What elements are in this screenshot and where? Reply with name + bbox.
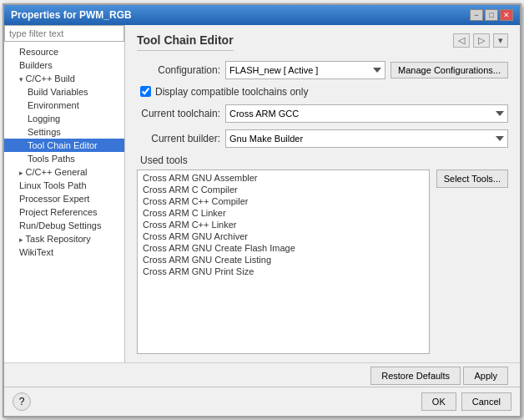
left-panel: Resource Builders ▾ C/C++ Build Build Va… xyxy=(4,25,125,362)
used-tools-label: Used tools xyxy=(140,154,508,166)
toolchain-row: Current toolchain: Cross ARM GCC xyxy=(137,104,508,123)
nav-dropdown-button[interactable]: ▾ xyxy=(493,33,508,48)
tools-side-buttons: Select Tools... xyxy=(436,170,508,354)
tree-item-resource[interactable]: Resource xyxy=(4,45,124,58)
content-area: Resource Builders ▾ C/C++ Build Build Va… xyxy=(4,25,520,362)
builder-row: Current builder: Gnu Make Builder xyxy=(137,129,508,148)
tree-item-processor-expert[interactable]: Processor Expert xyxy=(4,192,124,205)
expand-icon: ▾ xyxy=(19,75,26,83)
right-panel: Tool Chain Editor ◁ ▷ ▾ Configuration: F… xyxy=(125,25,520,362)
dialog-bottom-right: OK Cancel xyxy=(421,392,511,411)
compatible-toolchains-label[interactable]: Display compatible toolchains only xyxy=(155,86,308,98)
tools-container: Cross ARM GNU Assembler Cross ARM C Comp… xyxy=(137,170,508,354)
manage-configurations-button[interactable]: Manage Configurations... xyxy=(390,62,508,78)
tree-item-tools-paths[interactable]: Tools Paths xyxy=(4,152,124,165)
compatible-toolchains-checkbox[interactable] xyxy=(140,86,151,97)
tree-item-builders[interactable]: Builders xyxy=(4,58,124,72)
maximize-button[interactable]: □ xyxy=(485,9,498,21)
tool-item-cpp-linker[interactable]: Cross ARM C++ Linker xyxy=(139,219,427,230)
tree-item-logging[interactable]: Logging xyxy=(4,112,124,125)
tree-item-run-debug[interactable]: Run/Debug Settings xyxy=(4,219,124,232)
tree-item-settings[interactable]: Settings xyxy=(4,125,124,139)
tree-item-build-variables[interactable]: Build Variables xyxy=(4,85,124,99)
dialog-bottom-bar: ? OK Cancel xyxy=(4,387,520,416)
forward-button[interactable]: ▷ xyxy=(473,33,490,48)
tree-item-cpp-build[interactable]: ▾ C/C++ Build xyxy=(4,72,124,85)
tool-item-c-linker[interactable]: Cross ARM C Linker xyxy=(139,207,427,219)
toolchain-select[interactable]: Cross ARM GCC xyxy=(225,104,508,123)
tree: Resource Builders ▾ C/C++ Build Build Va… xyxy=(4,42,124,362)
window-controls: − □ ✕ xyxy=(470,9,513,21)
tool-item-print-size[interactable]: Cross ARM GNU Print Size xyxy=(139,266,427,277)
ok-button[interactable]: OK xyxy=(421,392,456,411)
main-window: Properties for PWM_RGB − □ ✕ Resource Bu… xyxy=(3,3,521,417)
window-title: Properties for PWM_RGB xyxy=(11,9,132,21)
apply-button[interactable]: Apply xyxy=(463,367,508,385)
panel-header: Tool Chain Editor ◁ ▷ ▾ xyxy=(137,33,508,59)
tree-item-wikitext[interactable]: WikiText xyxy=(4,245,124,259)
back-button[interactable]: ◁ xyxy=(453,33,470,48)
configuration-label: Configuration: xyxy=(137,64,220,76)
help-button[interactable]: ? xyxy=(13,392,31,411)
checkbox-row: Display compatible toolchains only xyxy=(140,86,508,98)
close-button[interactable]: ✕ xyxy=(500,9,513,21)
tool-item-archiver[interactable]: Cross ARM GNU Archiver xyxy=(139,230,427,242)
tree-item-cpp-general[interactable]: ▸ C/C++ General xyxy=(4,165,124,179)
select-tools-button[interactable]: Select Tools... xyxy=(436,170,508,188)
tree-item-task-repository[interactable]: ▸ Task Repository xyxy=(4,232,124,245)
tool-item-assembler[interactable]: Cross ARM GNU Assembler xyxy=(139,172,427,184)
nav-bar: ◁ ▷ ▾ xyxy=(453,33,508,48)
restore-apply-bar: Restore Defaults Apply xyxy=(4,362,520,387)
builder-label: Current builder: xyxy=(137,133,220,144)
panel-title: Tool Chain Editor xyxy=(137,33,234,51)
filter-input[interactable] xyxy=(4,25,124,42)
toolchain-label: Current toolchain: xyxy=(137,108,220,119)
tool-item-c-compiler[interactable]: Cross ARM C Compiler xyxy=(139,184,427,195)
restore-defaults-button[interactable]: Restore Defaults xyxy=(370,367,461,385)
configuration-row: Configuration: FLASH_new [ Active ] Mana… xyxy=(137,61,508,79)
cancel-button[interactable]: Cancel xyxy=(461,392,511,411)
tool-item-flash-image[interactable]: Cross ARM GNU Create Flash Image xyxy=(139,242,427,254)
tree-item-tool-chain-editor[interactable]: Tool Chain Editor xyxy=(4,139,124,152)
tree-item-project-references[interactable]: Project References xyxy=(4,205,124,219)
configuration-select[interactable]: FLASH_new [ Active ] xyxy=(225,61,385,79)
tool-item-listing[interactable]: Cross ARM GNU Create Listing xyxy=(139,254,427,266)
tools-list: Cross ARM GNU Assembler Cross ARM C Comp… xyxy=(137,170,430,354)
tree-item-linux-tools[interactable]: Linux Tools Path xyxy=(4,179,124,192)
minimize-button[interactable]: − xyxy=(470,9,483,21)
builder-select[interactable]: Gnu Make Builder xyxy=(225,129,508,148)
title-bar: Properties for PWM_RGB − □ ✕ xyxy=(4,5,520,25)
expand-icon-task: ▸ xyxy=(19,235,26,244)
tool-item-cpp-compiler[interactable]: Cross ARM C++ Compiler xyxy=(139,195,427,207)
expand-icon-general: ▸ xyxy=(19,169,26,177)
tree-item-environment[interactable]: Environment xyxy=(4,99,124,112)
